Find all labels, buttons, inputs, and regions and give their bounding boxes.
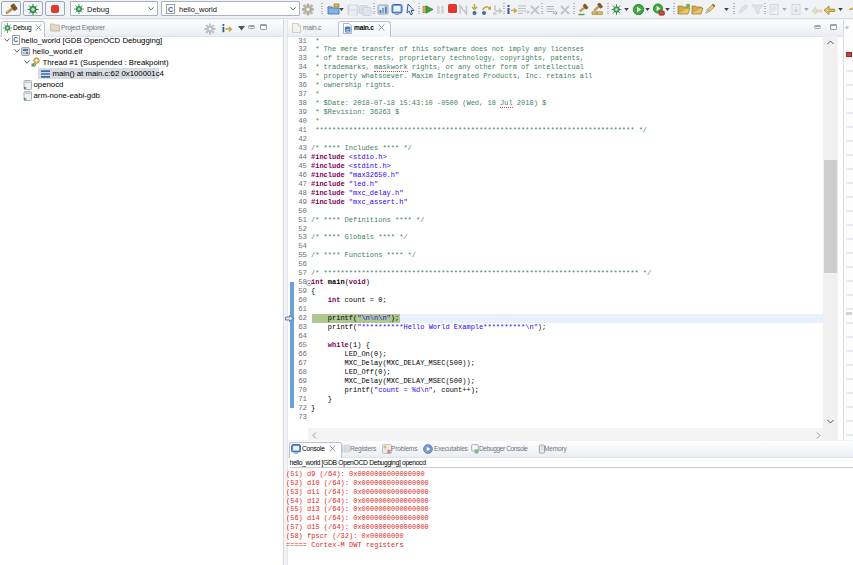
svg-text:c: c	[346, 26, 349, 32]
